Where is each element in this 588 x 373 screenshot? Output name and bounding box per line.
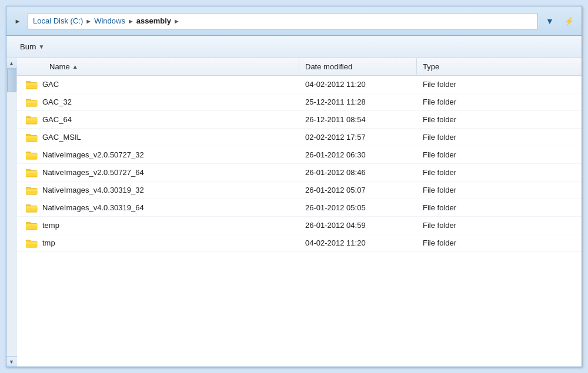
- cell-type: File folder: [417, 98, 582, 106]
- cell-name: NativeImages_v4.0.30319_64: [17, 199, 299, 216]
- folder-icon: [26, 220, 38, 231]
- cell-date: 02-02-2012 17:57: [299, 133, 417, 142]
- cell-type: File folder: [417, 80, 582, 89]
- breadcrumb-assembly[interactable]: assembly: [136, 16, 171, 25]
- cell-name: NativeImages_v2.0.50727_32: [17, 146, 299, 163]
- cell-name-text: GAC_32: [42, 98, 72, 106]
- table-row[interactable]: GAC_64 26-12-2011 08:54 File folder: [17, 111, 582, 129]
- folder-icon: [26, 79, 38, 90]
- svg-rect-23: [26, 171, 37, 173]
- cell-type: File folder: [417, 238, 582, 247]
- svg-rect-11: [26, 118, 37, 120]
- content-area: ▲ ▼ Name ▲ Date modified Type: [6, 58, 582, 367]
- cell-type: File folder: [417, 150, 582, 159]
- cell-name: NativeImages_v4.0.30319_32: [17, 182, 299, 199]
- col-date-header[interactable]: Date modified: [299, 58, 417, 75]
- table-row[interactable]: tmp 04-02-2012 11:20 File folder: [17, 234, 582, 252]
- dropdown-button[interactable]: ▼: [542, 13, 558, 29]
- breadcrumb-windows[interactable]: Windows: [94, 16, 125, 25]
- folder-icon: [26, 132, 38, 143]
- cell-type: File folder: [417, 203, 582, 212]
- folder-icon: [26, 150, 38, 160]
- svg-rect-3: [26, 83, 37, 85]
- cell-type: File folder: [417, 133, 582, 142]
- cell-type: File folder: [417, 115, 582, 124]
- cell-name: GAC_64: [17, 111, 299, 128]
- burn-dropdown-arrow: ▼: [38, 43, 44, 50]
- scroll-down-arrow: ▼: [9, 359, 14, 365]
- cell-name: GAC_MSIL: [17, 129, 299, 146]
- col-type-header[interactable]: Type: [417, 58, 582, 75]
- folder-icon: [26, 203, 38, 213]
- file-list: Name ▲ Date modified Type: [17, 58, 582, 367]
- svg-rect-15: [26, 136, 37, 138]
- cell-type: File folder: [417, 221, 582, 230]
- cell-name-text: temp: [42, 221, 59, 230]
- col-date-label: Date modified: [305, 62, 352, 71]
- table-row[interactable]: NativeImages_v4.0.30319_32 26-01-2012 05…: [17, 182, 582, 199]
- burn-label: Burn: [20, 42, 36, 51]
- cell-date: 26-01-2012 08:46: [299, 168, 417, 177]
- breadcrumb-sep-1: ►: [85, 18, 92, 25]
- toolbar: Burn ▼: [6, 36, 582, 58]
- cell-name-text: GAC_64: [42, 115, 72, 124]
- cell-type: File folder: [417, 168, 582, 177]
- col-type-label: Type: [423, 62, 439, 71]
- table-row[interactable]: GAC 04-02-2012 11:20 File folder: [17, 76, 582, 93]
- cell-date: 04-02-2012 11:20: [299, 238, 417, 247]
- cell-name: GAC_32: [17, 93, 299, 110]
- cell-date: 26-12-2011 08:54: [299, 115, 417, 124]
- scroll-down-button[interactable]: ▼: [6, 356, 17, 367]
- cell-name: tmp: [17, 234, 299, 251]
- table-row[interactable]: GAC_MSIL 02-02-2012 17:57 File folder: [17, 129, 582, 146]
- scrollbar[interactable]: ▲ ▼: [6, 58, 17, 367]
- svg-rect-31: [26, 206, 37, 209]
- folder-icon: [26, 115, 38, 125]
- cell-name-text: NativeImages_v2.0.50727_32: [42, 150, 144, 159]
- scroll-track[interactable]: [6, 69, 17, 356]
- address-bar-buttons: ▼ ⚡: [542, 13, 577, 29]
- svg-rect-35: [26, 224, 37, 226]
- cell-name: temp: [17, 217, 299, 234]
- cell-type: File folder: [417, 186, 582, 194]
- file-rows: GAC 04-02-2012 11:20 File folder GAC_32 …: [17, 76, 582, 252]
- explorer-window: ► Local Disk (C:) ► Windows ► assembly ►…: [6, 6, 582, 367]
- cell-name-text: NativeImages_v2.0.50727_64: [42, 168, 144, 177]
- svg-rect-39: [26, 241, 37, 244]
- cell-name: NativeImages_v2.0.50727_64: [17, 164, 299, 181]
- cell-name-text: tmp: [42, 238, 55, 247]
- cell-date: 04-02-2012 11:20: [299, 80, 417, 89]
- sort-arrow-icon: ▲: [72, 63, 78, 70]
- svg-rect-27: [26, 189, 37, 191]
- svg-rect-7: [26, 100, 37, 103]
- cell-name-text: GAC_MSIL: [42, 133, 81, 142]
- burn-button[interactable]: Burn ▼: [15, 40, 49, 53]
- cell-name-text: GAC: [42, 80, 59, 89]
- table-row[interactable]: NativeImages_v2.0.50727_64 26-01-2012 08…: [17, 164, 582, 182]
- column-headers: Name ▲ Date modified Type: [17, 58, 582, 76]
- table-row[interactable]: NativeImages_v2.0.50727_32 26-01-2012 06…: [17, 146, 582, 164]
- breadcrumb[interactable]: Local Disk (C:) ► Windows ► assembly ►: [28, 13, 538, 29]
- table-row[interactable]: NativeImages_v4.0.30319_64 26-01-2012 05…: [17, 199, 582, 217]
- cell-name-text: NativeImages_v4.0.30319_64: [42, 203, 144, 212]
- cell-name-text: NativeImages_v4.0.30319_32: [42, 186, 144, 194]
- folder-icon: [26, 97, 38, 107]
- scroll-up-button[interactable]: ▲: [6, 58, 17, 69]
- cell-date: 26-01-2012 04:59: [299, 221, 417, 230]
- breadcrumb-local-disk[interactable]: Local Disk (C:): [33, 16, 83, 25]
- scroll-thumb[interactable]: [7, 69, 16, 92]
- table-row[interactable]: temp 26-01-2012 04:59 File folder: [17, 217, 582, 234]
- cell-date: 25-12-2011 11:28: [299, 98, 417, 106]
- scroll-up-arrow: ▲: [9, 61, 14, 66]
- refresh-button[interactable]: ⚡: [560, 13, 577, 29]
- breadcrumb-sep-3: ►: [173, 18, 180, 25]
- back-button[interactable]: ►: [11, 15, 24, 28]
- breadcrumb-sep-2: ►: [128, 18, 134, 25]
- cell-name: GAC: [17, 76, 299, 93]
- folder-icon: [26, 167, 38, 178]
- table-row[interactable]: GAC_32 25-12-2011 11:28 File folder: [17, 93, 582, 111]
- address-bar: ► Local Disk (C:) ► Windows ► assembly ►…: [6, 6, 582, 36]
- col-name-header[interactable]: Name ▲: [17, 58, 299, 75]
- svg-rect-19: [26, 153, 37, 156]
- cell-date: 26-01-2012 05:05: [299, 203, 417, 212]
